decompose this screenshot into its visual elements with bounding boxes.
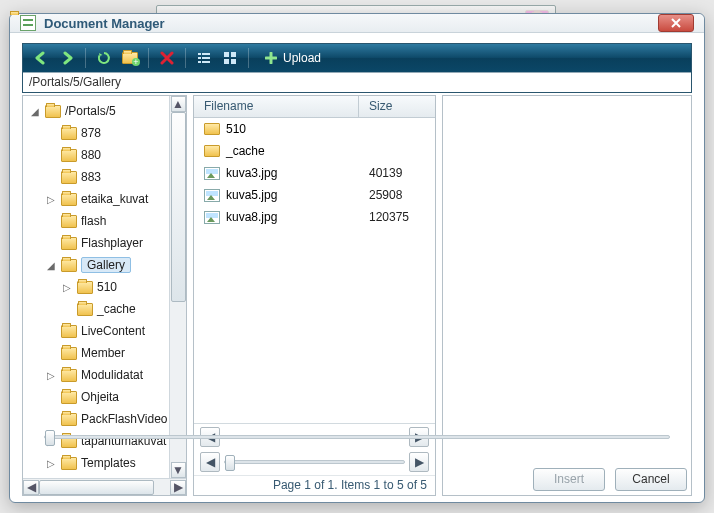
image-file-icon: [204, 211, 220, 224]
tree-vertical-scrollbar[interactable]: ▲ ▼: [169, 96, 186, 478]
tree-item-label: Member: [81, 346, 125, 360]
tree-item[interactable]: ◢/Portals/5: [23, 100, 169, 122]
tree-item-label: Modulidatat: [81, 368, 143, 382]
arrow-right-icon: [60, 51, 74, 65]
scroll-left-button[interactable]: ◀: [23, 480, 39, 495]
tree-item[interactable]: PackFlashVideo: [23, 408, 169, 430]
close-button[interactable]: [658, 14, 694, 32]
tree-item-label: Ohjeita: [81, 390, 119, 404]
insert-button[interactable]: Insert: [533, 468, 605, 491]
scroll-thumb[interactable]: [39, 480, 154, 495]
tree-item-label: 878: [81, 126, 101, 140]
slider-next-button[interactable]: ▶: [409, 452, 429, 472]
app-icon: [20, 15, 36, 31]
grid-view-button[interactable]: [218, 47, 242, 69]
tree-item[interactable]: Member: [23, 342, 169, 364]
image-file-icon: [204, 167, 220, 180]
tree-item[interactable]: ▷Modulidatat: [23, 364, 169, 386]
tree-item-label: PackFlashVideo: [81, 412, 168, 426]
tree-item[interactable]: 883: [23, 166, 169, 188]
tree-item-label: 510: [97, 280, 117, 294]
tree-item[interactable]: _cache: [23, 298, 169, 320]
tree-item[interactable]: 880: [23, 144, 169, 166]
forward-button[interactable]: [55, 47, 79, 69]
new-folder-icon: +: [122, 52, 138, 64]
grid-row[interactable]: kuva5.jpg25908: [194, 184, 435, 206]
tree-item[interactable]: Ohjeita: [23, 386, 169, 408]
slider-thumb[interactable]: [225, 455, 235, 471]
tree-item[interactable]: ▷Templates: [23, 452, 169, 474]
folder-icon: [77, 281, 93, 294]
document-manager-window: Document Manager: [9, 13, 705, 503]
toolbar-separator: [148, 48, 149, 68]
slider-thumb[interactable]: [45, 430, 55, 446]
folder-icon: [61, 127, 77, 140]
titlebar[interactable]: Document Manager: [10, 14, 704, 33]
folder-icon: [61, 457, 77, 470]
folder-tree[interactable]: ◢/Portals/5878880883▷etaika_kuvatflashFl…: [23, 96, 169, 478]
image-file-icon: [204, 189, 220, 202]
svg-rect-2: [198, 57, 201, 59]
tree-item[interactable]: ▷etaika_kuvat: [23, 188, 169, 210]
folder-icon: [61, 413, 77, 426]
folder-icon: [61, 347, 77, 360]
folder-icon: [61, 237, 77, 250]
delete-button[interactable]: [155, 47, 179, 69]
slider-prev-button[interactable]: ◀: [200, 452, 220, 472]
tree-item[interactable]: LiveContent: [23, 320, 169, 342]
filename-cell: kuva3.jpg: [226, 166, 277, 180]
grid-row[interactable]: _cache: [194, 140, 435, 162]
tree-item-label: flash: [81, 214, 106, 228]
grid-row[interactable]: 510: [194, 118, 435, 140]
list-view-button[interactable]: [192, 47, 216, 69]
upload-button[interactable]: Upload: [257, 47, 329, 69]
folder-icon: [204, 145, 220, 157]
tree-item-label: 883: [81, 170, 101, 184]
size-cell: 25908: [359, 188, 435, 202]
expand-icon[interactable]: ▷: [45, 458, 57, 469]
expand-icon[interactable]: ▷: [45, 370, 57, 381]
grid-body[interactable]: 510_cachekuva3.jpg40139kuva5.jpg25908kuv…: [194, 118, 435, 423]
scroll-down-button[interactable]: ▼: [171, 462, 186, 478]
tree-item[interactable]: Flashplayer: [23, 232, 169, 254]
path-bar[interactable]: /Portals/5/Gallery: [23, 72, 691, 92]
column-header-filename[interactable]: Filename: [194, 96, 359, 117]
scroll-track[interactable]: [39, 480, 170, 495]
slider-track[interactable]: [224, 460, 405, 464]
tree-item[interactable]: flash: [23, 210, 169, 232]
filename-cell: _cache: [226, 144, 265, 158]
window-title: Document Manager: [44, 16, 165, 31]
toolbar-separator: [85, 48, 86, 68]
scroll-track[interactable]: [171, 112, 186, 462]
cancel-button[interactable]: Cancel: [615, 468, 687, 491]
tree-item-label: _cache: [97, 302, 136, 316]
tree-horizontal-scrollbar[interactable]: ◀ ▶: [23, 478, 186, 495]
scroll-thumb[interactable]: [171, 112, 186, 302]
expand-icon[interactable]: ▷: [61, 282, 73, 293]
scroll-up-button[interactable]: ▲: [171, 96, 186, 112]
refresh-icon: [97, 51, 111, 65]
scroll-right-button[interactable]: ▶: [170, 480, 186, 495]
back-button[interactable]: [29, 47, 53, 69]
folder-icon: [61, 259, 77, 272]
delete-icon: [160, 51, 174, 65]
tree-item[interactable]: ◢Gallery: [23, 254, 169, 276]
grid-row[interactable]: kuva8.jpg120375: [194, 206, 435, 228]
folder-icon: [204, 123, 220, 135]
new-folder-button[interactable]: +: [118, 47, 142, 69]
tree-item[interactable]: ▷510: [23, 276, 169, 298]
svg-rect-6: [224, 52, 229, 57]
svg-rect-1: [202, 53, 210, 55]
slider-track[interactable]: [44, 435, 670, 439]
arrow-left-icon: [34, 51, 48, 65]
upload-label: Upload: [283, 51, 321, 65]
folder-icon: [61, 149, 77, 162]
expand-icon[interactable]: ▷: [45, 194, 57, 205]
tree-item[interactable]: 878: [23, 122, 169, 144]
refresh-button[interactable]: [92, 47, 116, 69]
expand-icon[interactable]: ◢: [45, 260, 57, 271]
folder-icon: [61, 391, 77, 404]
grid-row[interactable]: kuva3.jpg40139: [194, 162, 435, 184]
expand-icon[interactable]: ◢: [29, 106, 41, 117]
svg-rect-7: [231, 52, 236, 57]
